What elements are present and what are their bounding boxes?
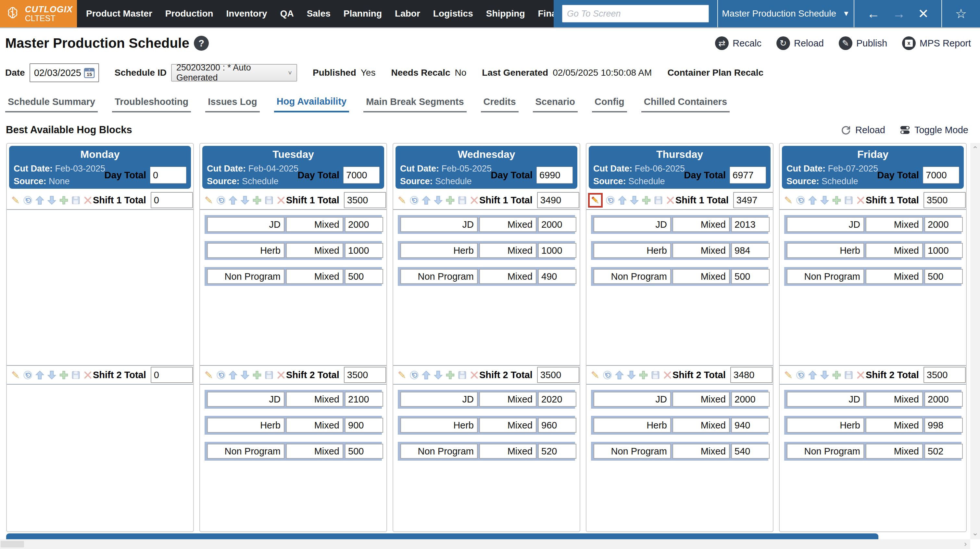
type-field[interactable]: Mixed — [673, 217, 730, 232]
program-field[interactable]: JD — [207, 217, 285, 232]
move-up-icon[interactable] — [228, 370, 238, 380]
type-field[interactable]: Mixed — [866, 243, 923, 258]
move-up-icon[interactable] — [808, 195, 818, 205]
tab-credits[interactable]: Credits — [481, 96, 519, 112]
program-field[interactable]: JD — [400, 217, 478, 232]
program-field[interactable]: Herb — [400, 418, 478, 433]
quantity-field[interactable]: 2000 — [538, 217, 576, 232]
type-field[interactable]: Mixed — [479, 243, 536, 258]
tab-hog-availability[interactable]: Hog Availability — [274, 96, 349, 112]
type-field[interactable]: Mixed — [866, 444, 923, 459]
undo-icon[interactable] — [795, 370, 806, 380]
shift-total-input[interactable] — [344, 367, 386, 383]
quantity-field[interactable]: 490 — [538, 269, 576, 284]
move-down-icon[interactable] — [47, 195, 57, 205]
quantity-field[interactable]: 2000 — [731, 392, 770, 407]
save-icon[interactable] — [457, 195, 467, 205]
type-field[interactable]: Mixed — [866, 392, 923, 407]
pencil-icon[interactable] — [784, 370, 794, 380]
type-field[interactable]: Mixed — [673, 243, 730, 258]
day-total-input[interactable] — [343, 167, 380, 184]
tab-troubleshooting[interactable]: Troubleshooting — [112, 96, 191, 112]
scroll-right-icon[interactable]: › — [964, 540, 967, 548]
move-down-icon[interactable] — [433, 370, 443, 380]
toggle-mode-button[interactable]: Toggle Mode — [899, 124, 968, 136]
shift-total-input[interactable] — [151, 192, 193, 208]
add-icon[interactable] — [445, 370, 455, 380]
scroll-down-icon[interactable]: ⌄ — [972, 529, 978, 537]
tab-schedule-summary[interactable]: Schedule Summary — [5, 96, 98, 112]
type-field[interactable]: Mixed — [866, 217, 923, 232]
quantity-field[interactable]: 2013 — [731, 217, 770, 232]
shift-total-input[interactable] — [923, 367, 966, 383]
delete-icon[interactable] — [276, 195, 286, 205]
quantity-field[interactable]: 998 — [924, 418, 963, 433]
program-field[interactable]: JD — [787, 392, 864, 407]
calendar-icon[interactable]: 15 — [83, 66, 96, 79]
program-field[interactable]: Non Program — [207, 269, 285, 284]
delete-icon[interactable] — [83, 195, 93, 205]
program-field[interactable]: Herb — [207, 418, 285, 433]
move-down-icon[interactable] — [433, 195, 443, 205]
shift-total-input[interactable] — [151, 367, 193, 383]
move-down-icon[interactable] — [819, 195, 830, 205]
nav-item-shipping[interactable]: Shipping — [486, 8, 525, 19]
save-icon[interactable] — [844, 195, 854, 205]
help-icon[interactable]: ? — [194, 36, 209, 51]
type-field[interactable]: Mixed — [673, 269, 730, 284]
program-field[interactable]: Herb — [593, 418, 671, 433]
add-icon[interactable] — [832, 195, 842, 205]
type-field[interactable]: Mixed — [286, 418, 343, 433]
add-icon[interactable] — [252, 195, 262, 205]
undo-icon[interactable] — [216, 195, 226, 205]
publish-button[interactable]: ✎Publish — [839, 37, 887, 50]
nav-item-planning[interactable]: Planning — [344, 8, 382, 19]
add-icon[interactable] — [445, 195, 455, 205]
nav-item-qa[interactable]: QA — [280, 8, 294, 19]
undo-icon[interactable] — [605, 195, 615, 205]
program-field[interactable]: Herb — [787, 418, 864, 433]
go-to-screen-input[interactable] — [562, 5, 709, 22]
day-total-input[interactable] — [150, 167, 186, 184]
program-field[interactable]: Non Program — [207, 444, 285, 459]
move-down-icon[interactable] — [240, 195, 250, 205]
save-icon[interactable] — [264, 195, 274, 205]
program-field[interactable]: Non Program — [787, 269, 864, 284]
save-icon[interactable] — [653, 195, 663, 205]
date-input[interactable] — [30, 65, 83, 81]
nav-item-inventory[interactable]: Inventory — [226, 8, 267, 19]
program-field[interactable]: Non Program — [593, 269, 671, 284]
shift-total-input[interactable] — [537, 367, 579, 383]
recalc-button[interactable]: ⇄Recalc — [715, 37, 762, 50]
scroll-up-icon[interactable]: ⌃ — [972, 145, 978, 153]
quantity-field[interactable]: 2020 — [538, 392, 576, 407]
shift-total-input[interactable] — [733, 192, 773, 208]
quantity-field[interactable]: 500 — [924, 269, 963, 284]
tab-config[interactable]: Config — [592, 96, 627, 112]
save-icon[interactable] — [264, 370, 274, 380]
type-field[interactable]: Mixed — [479, 444, 536, 459]
horizontal-scrollbar[interactable]: › — [0, 539, 970, 549]
vertical-scrollbar[interactable]: ⌃ ⌄ — [970, 143, 980, 539]
undo-icon[interactable] — [409, 195, 419, 205]
tab-scenario[interactable]: Scenario — [533, 96, 578, 112]
quantity-field[interactable]: 540 — [731, 444, 770, 459]
tab-main-break-segments[interactable]: Main Break Segments — [363, 96, 466, 112]
tab-chilled-containers[interactable]: Chilled Containers — [641, 96, 730, 112]
quantity-field[interactable]: 500 — [345, 444, 383, 459]
save-icon[interactable] — [844, 370, 854, 380]
quantity-field[interactable]: 2100 — [345, 392, 383, 407]
type-field[interactable]: Mixed — [673, 418, 730, 433]
add-icon[interactable] — [59, 195, 69, 205]
nav-item-logistics[interactable]: Logistics — [433, 8, 473, 19]
forward-icon[interactable]: → — [892, 7, 905, 20]
save-icon[interactable] — [457, 370, 467, 380]
undo-icon[interactable] — [23, 195, 33, 205]
quantity-field[interactable]: 1000 — [345, 243, 383, 258]
quantity-field[interactable]: 502 — [924, 444, 963, 459]
add-icon[interactable] — [832, 370, 842, 380]
undo-icon[interactable] — [602, 370, 612, 380]
program-field[interactable]: Non Program — [400, 444, 478, 459]
move-up-icon[interactable] — [614, 370, 624, 380]
undo-icon[interactable] — [795, 195, 806, 205]
